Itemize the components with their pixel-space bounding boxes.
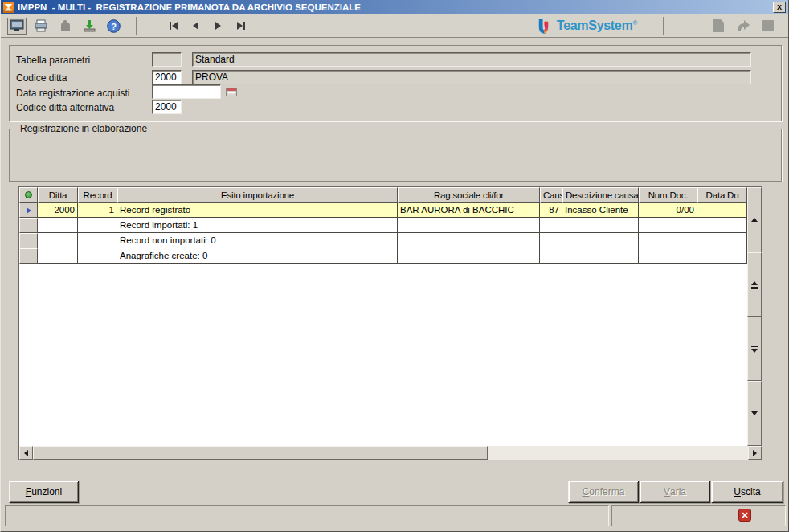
codice-ditta-desc-field: PROVA [192, 70, 751, 84]
arrow-up-icon [751, 218, 758, 222]
scroll-left-button[interactable] [19, 446, 33, 460]
field-label: Codice ditta [16, 72, 67, 84]
scroll-down-button[interactable] [747, 381, 762, 446]
tools-button[interactable] [55, 18, 75, 35]
row-selector[interactable] [19, 233, 38, 248]
grid-header-descrizione: Descrizione causale [562, 187, 639, 203]
parameters-panel: Tabella parametri Standard Codice ditta … [9, 45, 782, 121]
teamsystem-mark-icon [535, 18, 552, 35]
cell-esito[interactable]: Record registrato [117, 203, 398, 218]
nav-next-icon[interactable] [211, 19, 225, 33]
cell-descrizione[interactable] [562, 233, 639, 248]
bar-icon [751, 346, 758, 347]
cell-descrizione[interactable]: Incasso Cliente [562, 203, 639, 218]
cell-numdoc[interactable]: 0/00 [639, 203, 697, 218]
cell-ditta[interactable]: 2000 [38, 203, 78, 218]
titlebar: IMPPN - MULTI - REGISTRAZIONE PRIMANOTA … [1, 0, 788, 14]
close-red-icon[interactable]: ✕ [738, 509, 751, 522]
scroll-up-button[interactable] [747, 187, 762, 252]
cell-numdoc[interactable] [639, 233, 697, 248]
bar-icon [751, 287, 758, 289]
grid-header-caus: Caus [540, 187, 562, 203]
green-status-icon [25, 191, 32, 198]
print-button[interactable] [31, 18, 51, 35]
nav-last-icon[interactable] [234, 19, 247, 33]
row-selector[interactable] [19, 203, 38, 218]
help-icon: ? [107, 19, 121, 33]
field-label: Tabella parametri [16, 55, 90, 66]
horizontal-scroll-thumb[interactable] [33, 446, 488, 460]
cell-record[interactable] [78, 233, 117, 248]
cell-datadoc[interactable] [697, 248, 747, 264]
cell-esito[interactable]: Record importati: 1 [117, 218, 398, 233]
document-icon[interactable] [711, 18, 726, 34]
data-registrazione-field[interactable] [152, 84, 221, 99]
cell-ditta[interactable] [38, 218, 78, 233]
statusbar-left [5, 505, 609, 526]
cell-esito[interactable]: Record non importati: 0 [117, 233, 398, 248]
svg-text:?: ? [111, 21, 117, 31]
calendar-button[interactable] [225, 86, 237, 96]
tabella-parametri-desc-field: Standard [192, 52, 751, 67]
preview-button[interactable] [7, 18, 27, 35]
funzioni-button[interactable]: Funzioni [9, 481, 79, 503]
grid-header-datadoc: Data Do [697, 187, 747, 203]
disk-icon[interactable] [760, 18, 775, 34]
groupbox-title: Registrazione in elaborazione [17, 123, 150, 134]
cell-descrizione[interactable] [562, 218, 639, 233]
grid-header-ragsociale: Rag.sociale cli/for [398, 187, 540, 203]
import-arrow-icon [82, 19, 96, 32]
codice-ditta-alternativa-field[interactable]: 2000 [152, 100, 182, 114]
row-selector[interactable] [19, 248, 38, 264]
arrow-down-icon [751, 411, 758, 415]
results-table: Ditta Record Esito importazione Rag.soci… [19, 187, 747, 264]
cell-ditta[interactable] [38, 248, 78, 264]
close-icon[interactable]: X [773, 2, 786, 13]
row-selector[interactable] [19, 218, 38, 233]
scroll-right-button[interactable] [748, 446, 762, 460]
grid-header-esito: Esito importazione [117, 187, 398, 203]
cell-ragsociale[interactable]: BAR AURORA di BACCHIC [398, 203, 540, 218]
nav-first-icon[interactable] [166, 19, 180, 33]
horizontal-scrollbar [19, 446, 762, 460]
cell-record[interactable] [78, 218, 117, 233]
varia-button[interactable]: Varia [640, 481, 710, 503]
cell-caus[interactable] [540, 218, 562, 233]
redo-arrow-icon[interactable] [735, 18, 751, 34]
import-button[interactable] [80, 18, 99, 35]
arrow-up-icon [751, 281, 758, 285]
results-grid: Ditta Record Esito importazione Rag.soci… [19, 187, 762, 460]
nav-previous-icon[interactable] [189, 19, 202, 33]
cell-datadoc[interactable] [697, 233, 747, 248]
window-title: IMPPN - MULTI - REGISTRAZIONE PRIMANOTA … [18, 2, 773, 12]
horizontal-scroll-track[interactable] [488, 446, 748, 460]
cell-datadoc[interactable] [697, 203, 747, 218]
conferma-button[interactable]: Conferma [568, 481, 639, 503]
help-button[interactable]: ? [104, 18, 123, 35]
table-row[interactable]: Record importati: 1 [19, 218, 747, 233]
cell-caus[interactable]: 87 [540, 203, 562, 218]
table-row[interactable]: Anagrafiche create: 0 [19, 248, 747, 264]
cell-record[interactable]: 1 [78, 203, 117, 218]
scroll-page-down-button[interactable] [747, 317, 762, 381]
table-row[interactable]: 2000 1 Record registrato BAR AURORA di B… [19, 203, 747, 218]
uscita-button[interactable]: Uscita [711, 481, 783, 503]
grid-header-selector [19, 187, 38, 203]
scroll-page-up-button[interactable] [747, 252, 762, 317]
cell-caus[interactable] [540, 248, 562, 264]
cell-datadoc[interactable] [697, 218, 747, 233]
cell-numdoc[interactable] [639, 218, 697, 233]
tabella-parametri-code-field[interactable] [152, 52, 182, 67]
codice-ditta-field[interactable]: 2000 [152, 70, 182, 84]
cell-ragsociale[interactable] [398, 248, 540, 264]
cell-descrizione[interactable] [562, 248, 639, 264]
cell-ragsociale[interactable] [398, 233, 540, 248]
cell-numdoc[interactable] [639, 248, 697, 264]
cell-ditta[interactable] [38, 233, 78, 248]
cell-record[interactable] [78, 248, 117, 264]
vertical-scrollbar [747, 187, 762, 446]
cell-caus[interactable] [540, 233, 562, 248]
table-row[interactable]: Record non importati: 0 [19, 233, 747, 248]
cell-ragsociale[interactable] [398, 218, 540, 233]
cell-esito[interactable]: Anagrafiche create: 0 [117, 248, 398, 264]
